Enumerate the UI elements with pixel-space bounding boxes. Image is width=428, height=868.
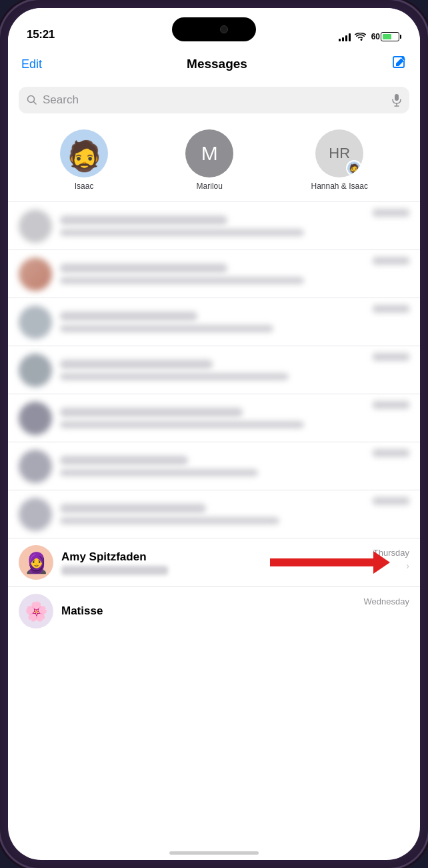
blurred-time-6 bbox=[373, 449, 409, 457]
search-bar[interactable]: Search bbox=[19, 87, 409, 113]
blurred-avatar-4 bbox=[19, 354, 52, 387]
signal-icon bbox=[339, 32, 351, 41]
isaac-avatar: 🧔 bbox=[60, 129, 108, 177]
svg-rect-4 bbox=[395, 94, 399, 101]
mic-icon bbox=[392, 93, 401, 107]
blurred-time-7 bbox=[373, 497, 409, 505]
blurred-content-3 bbox=[60, 312, 365, 332]
blurred-avatar-3 bbox=[19, 306, 52, 339]
isaac-badge: 🧔 bbox=[346, 160, 362, 176]
battery-icon: 60 bbox=[370, 32, 401, 41]
pinned-contacts: 🧔 Isaac M Marilou HR 🧔 Hannah & bbox=[8, 121, 420, 202]
edit-button[interactable]: Edit bbox=[21, 57, 42, 71]
blurred-time-5 bbox=[373, 401, 409, 409]
blurred-row-6[interactable] bbox=[8, 442, 420, 490]
marilou-avatar: M bbox=[185, 129, 233, 177]
blurred-avatar-5 bbox=[19, 402, 52, 435]
message-list: 🧕 Amy Spitzfaden Thursday › 🌸 Matisse bbox=[8, 202, 420, 635]
chevron-right-icon: › bbox=[406, 560, 409, 571]
blurred-row-1[interactable] bbox=[8, 202, 420, 250]
hannah-isaac-avatar: HR 🧔 bbox=[315, 129, 363, 177]
matisse-time: Wednesday bbox=[364, 596, 409, 606]
phone-screen: 15:21 60 bbox=[8, 8, 420, 860]
blurred-preview-3 bbox=[60, 325, 273, 332]
blurred-content-4 bbox=[60, 360, 365, 380]
status-time: 15:21 bbox=[27, 28, 55, 41]
blurred-content-7 bbox=[60, 504, 365, 524]
blurred-time-4 bbox=[373, 353, 409, 361]
amy-avatar: 🧕 bbox=[19, 545, 53, 580]
search-placeholder: Search bbox=[43, 93, 387, 107]
blurred-preview-1 bbox=[60, 229, 304, 236]
svg-marker-8 bbox=[373, 551, 390, 574]
hannah-isaac-name: Hannah & Isaac bbox=[311, 181, 368, 191]
matisse-row[interactable]: 🌸 Matisse Wednesday bbox=[8, 587, 420, 635]
pinned-contact-isaac[interactable]: 🧔 Isaac bbox=[60, 129, 108, 191]
camera-dot bbox=[220, 25, 228, 33]
blurred-row-2[interactable] bbox=[8, 250, 420, 298]
blurred-preview-7 bbox=[60, 517, 279, 524]
blurred-preview-2 bbox=[60, 277, 304, 284]
marilou-name: Marilou bbox=[197, 181, 223, 191]
blurred-row-7[interactable] bbox=[8, 490, 420, 538]
home-indicator bbox=[169, 851, 259, 855]
blurred-title-5 bbox=[60, 408, 243, 417]
amy-row[interactable]: 🧕 Amy Spitzfaden Thursday › bbox=[8, 538, 420, 587]
blurred-title-3 bbox=[60, 312, 197, 321]
blurred-content-1 bbox=[60, 215, 365, 236]
blurred-row-4[interactable] bbox=[8, 346, 420, 394]
search-icon bbox=[27, 95, 37, 105]
blurred-title-2 bbox=[60, 264, 227, 273]
blurred-row-5[interactable] bbox=[8, 394, 420, 442]
blurred-title-4 bbox=[60, 360, 213, 369]
blurred-title-7 bbox=[60, 504, 206, 513]
blurred-avatar-7 bbox=[19, 498, 52, 531]
search-container: Search bbox=[8, 81, 420, 121]
phone-frame: 15:21 60 bbox=[0, 0, 428, 868]
blurred-avatar-2 bbox=[19, 258, 52, 291]
blurred-title-6 bbox=[60, 456, 188, 465]
blurred-preview-5 bbox=[60, 421, 304, 428]
svg-line-3 bbox=[34, 102, 37, 105]
blurred-row-3[interactable] bbox=[8, 298, 420, 346]
blurred-title-1 bbox=[60, 215, 227, 225]
blurred-content-6 bbox=[60, 456, 365, 476]
blurred-content-2 bbox=[60, 264, 365, 284]
battery-percent: 60 bbox=[371, 32, 380, 41]
page-title: Messages bbox=[187, 57, 247, 71]
amy-preview bbox=[61, 566, 168, 575]
blurred-preview-4 bbox=[60, 373, 289, 380]
blurred-avatar-1 bbox=[19, 209, 52, 243]
blurred-time-1 bbox=[373, 209, 409, 217]
matisse-avatar: 🌸 bbox=[19, 594, 53, 628]
blurred-preview-6 bbox=[60, 469, 258, 476]
compose-icon bbox=[392, 55, 407, 70]
matisse-content: Matisse bbox=[61, 604, 356, 618]
compose-button[interactable] bbox=[392, 55, 407, 73]
pinned-contact-marilou[interactable]: M Marilou bbox=[185, 129, 233, 191]
red-arrow bbox=[270, 546, 390, 579]
blurred-time-2 bbox=[373, 257, 409, 265]
status-icons: 60 bbox=[339, 32, 401, 41]
blurred-time-3 bbox=[373, 305, 409, 313]
dynamic-island bbox=[172, 17, 256, 41]
wifi-icon bbox=[355, 33, 366, 41]
blurred-content-5 bbox=[60, 408, 365, 428]
blurred-avatar-6 bbox=[19, 450, 52, 483]
isaac-name: Isaac bbox=[75, 181, 94, 191]
pinned-contact-hannah-isaac[interactable]: HR 🧔 Hannah & Isaac bbox=[311, 129, 368, 191]
nav-bar: Edit Messages bbox=[8, 47, 420, 81]
matisse-name: Matisse bbox=[61, 604, 356, 618]
